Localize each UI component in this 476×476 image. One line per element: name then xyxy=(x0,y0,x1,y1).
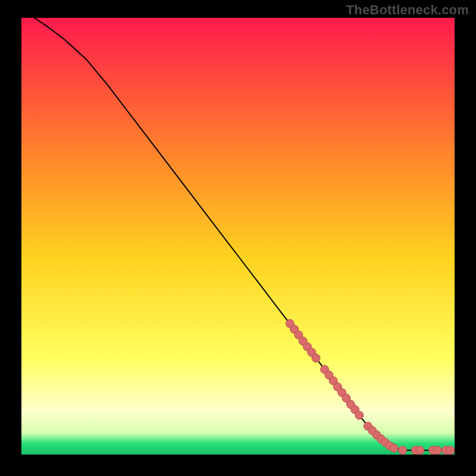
plot-area xyxy=(21,18,455,455)
data-marker xyxy=(355,411,364,419)
data-marker xyxy=(416,446,424,455)
data-marker xyxy=(390,444,398,452)
watermark-text: TheBottleneck.com xyxy=(346,2,469,18)
data-marker xyxy=(312,354,320,362)
data-marker xyxy=(399,446,407,455)
chart-stage: TheBottleneck.com xyxy=(0,0,476,476)
data-marker xyxy=(433,446,441,455)
data-marker xyxy=(446,446,455,455)
chart-svg xyxy=(21,18,455,455)
gradient-backdrop xyxy=(21,18,455,455)
